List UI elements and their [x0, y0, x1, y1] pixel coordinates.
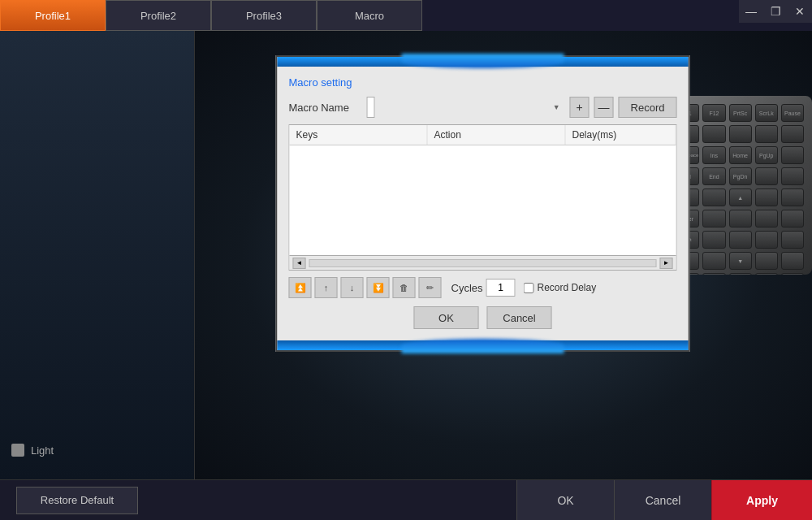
macro-name-select-wrap [367, 97, 565, 118]
key-right: ► [781, 273, 804, 275]
key-pause: Pause [781, 104, 804, 122]
key-blank2 [702, 125, 725, 143]
record-delay-label[interactable]: Record Delay [538, 282, 597, 293]
macro-record-button[interactable]: Record [619, 97, 677, 118]
tab-profile3[interactable]: Profile3 [211, 0, 317, 31]
key-down: ▼ [729, 252, 752, 270]
edit-entry-button[interactable]: ✏ [419, 277, 442, 298]
macro-dialog: Macro setting Macro Name + — Record [276, 55, 690, 352]
macro-dialog-body: Macro setting Macro Name + — Record [278, 67, 689, 340]
key-up: ▲ [729, 188, 752, 206]
key-blank20 [781, 231, 804, 249]
move-down-button[interactable]: ↓ [341, 277, 364, 298]
key-blank23 [755, 252, 778, 270]
key-blank6 [781, 146, 804, 164]
key-blank4 [755, 125, 778, 143]
footer-bar: Restore Default OK Cancel Apply [0, 479, 812, 520]
macro-dialog-actions: OK Cancel [289, 306, 677, 329]
footer-ok-button[interactable]: OK [516, 480, 614, 521]
key-blank12 [781, 188, 804, 206]
tab-profile2[interactable]: Profile2 [106, 0, 211, 31]
macro-table-header: Keys Action Delay(ms) [290, 125, 676, 145]
move-bottom-button[interactable]: ⏬ [367, 277, 390, 298]
macro-dialog-top-decoration [278, 57, 689, 67]
macro-setting-title: Macro setting [289, 76, 677, 89]
macro-add-button[interactable]: + [570, 97, 590, 118]
move-top-button[interactable]: ⏫ [289, 277, 312, 298]
tab-profile1[interactable]: Profile1 [0, 0, 106, 31]
sidebar-item-light-label: Light [31, 444, 54, 457]
scroll-left-button[interactable]: ◄ [293, 258, 306, 269]
macro-scrollbar: ◄ ► [290, 255, 676, 270]
tab-macro[interactable]: Macro [317, 0, 422, 31]
sidebar: Light [0, 31, 195, 479]
cycles-label: Cycles [451, 282, 483, 294]
minimize-button[interactable]: — [739, 0, 763, 23]
footer-actions: OK Cancel Apply [516, 480, 812, 521]
dialog-cancel-button[interactable]: Cancel [487, 306, 552, 329]
key-f12: F12 [702, 104, 725, 122]
key-scrlk: ScrLk [755, 104, 778, 122]
record-delay-row: Record Delay [524, 282, 597, 293]
macro-controls-row: ⏫ ↑ ↓ ⏬ 🗑 ✏ Cycles Record Delay [289, 277, 677, 298]
key-blank19 [755, 231, 778, 249]
key-end: End [702, 167, 725, 185]
light-icon [11, 444, 24, 457]
key-blank24 [781, 252, 804, 270]
dialog-ok-button[interactable]: OK [414, 306, 479, 329]
key-blank18 [729, 231, 752, 249]
column-header-action: Action [428, 125, 566, 145]
key-blank11 [755, 188, 778, 206]
column-header-keys: Keys [290, 125, 428, 145]
scroll-right-button[interactable]: ► [660, 258, 673, 269]
cycles-input[interactable] [486, 279, 516, 297]
record-delay-checkbox[interactable] [524, 283, 534, 293]
center-content: Womier F11 F12 PrtSc ScrLk Pause Backspa… [195, 31, 812, 479]
key-blank3 [729, 125, 752, 143]
key-ins: Ins [702, 146, 725, 164]
macro-delete-button[interactable]: — [594, 97, 614, 118]
title-bar: — ❐ ✕ [739, 0, 812, 23]
footer-apply-button[interactable]: Apply [711, 480, 812, 521]
delete-entry-button[interactable]: 🗑 [393, 277, 416, 298]
macro-name-row: Macro Name + — Record [289, 97, 677, 118]
main-area: Light Womier F11 F12 PrtSc ScrLk Pause B… [0, 31, 812, 479]
key-blank15 [755, 210, 778, 228]
key-blank7 [755, 167, 778, 185]
macro-name-label: Macro Name [289, 102, 362, 114]
macro-name-select[interactable] [367, 97, 375, 118]
scroll-track[interactable] [309, 259, 657, 267]
key-blank13 [702, 210, 725, 228]
key-blank10 [702, 188, 725, 206]
restore-default-button[interactable]: Restore Default [16, 487, 138, 514]
key-blank22 [702, 252, 725, 270]
key-blank26 [729, 273, 752, 275]
macro-table: Keys Action Delay(ms) ◄ ► [289, 124, 677, 271]
key-pgup: PgUp [755, 146, 778, 164]
close-button[interactable]: ✕ [788, 0, 812, 23]
key-prtsc: PrtSc [729, 104, 752, 122]
key-left: ◄ [755, 273, 778, 275]
key-blank17 [702, 231, 725, 249]
key-home: Home [729, 146, 752, 164]
column-header-delay: Delay(ms) [566, 125, 676, 145]
macro-dialog-bottom-decoration [278, 340, 689, 350]
sidebar-item-light[interactable]: Light [0, 437, 194, 463]
key-blank25 [702, 273, 725, 275]
footer-cancel-button[interactable]: Cancel [614, 480, 711, 521]
key-blank16 [781, 210, 804, 228]
profile-tabs: Profile1 Profile2 Profile3 Macro [0, 0, 422, 31]
key-blank5 [781, 125, 804, 143]
key-blank8 [781, 167, 804, 185]
restore-button[interactable]: ❐ [763, 0, 788, 23]
move-up-button[interactable]: ↑ [315, 277, 338, 298]
macro-table-body[interactable] [290, 145, 676, 255]
key-pgdn: PgDn [729, 167, 752, 185]
key-blank14 [729, 210, 752, 228]
